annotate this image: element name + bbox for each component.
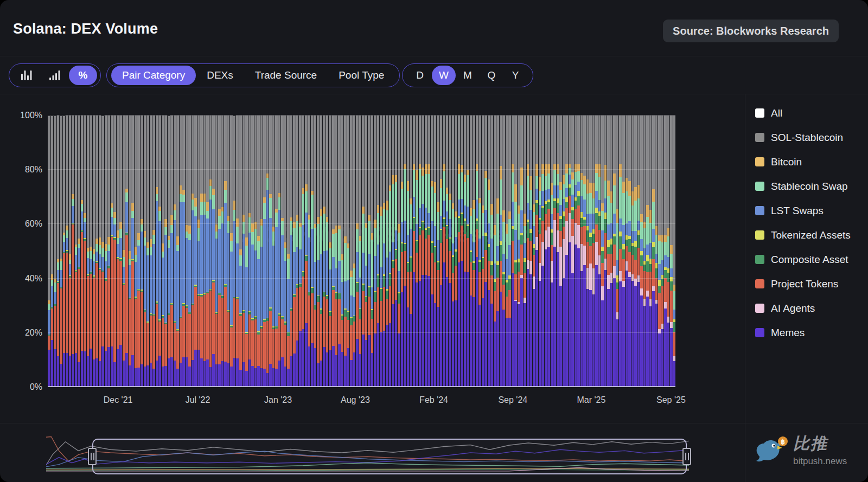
- week-bar: [224, 115, 227, 387]
- week-bar: [383, 115, 386, 387]
- stacked-bar-plot: BlockworksResearch: [48, 115, 675, 387]
- week-bar: [404, 115, 406, 387]
- week-bar: [592, 115, 595, 387]
- week-bar: [326, 115, 329, 387]
- week-bar: [484, 115, 487, 387]
- x-axis-label: Dec '21: [104, 395, 133, 405]
- legend-swatch: [755, 230, 764, 240]
- legend-swatch: [755, 255, 764, 264]
- week-bar: [389, 115, 392, 387]
- week-bar: [281, 115, 284, 387]
- week-bar: [233, 115, 236, 387]
- y-axis-label: 60%: [14, 219, 42, 229]
- bars-container: [48, 115, 675, 387]
- legend-item-ai-agents[interactable]: AI Agents: [755, 296, 868, 320]
- week-bar: [586, 115, 589, 387]
- legend-item-bitcoin[interactable]: Bitcoin: [755, 150, 868, 174]
- legend-item-all[interactable]: All: [755, 101, 868, 125]
- legend-swatch: [755, 157, 764, 166]
- week-bar: [113, 115, 116, 387]
- week-bar: [200, 115, 203, 387]
- week-bar: [311, 115, 314, 387]
- week-bar: [529, 115, 532, 387]
- legend-item-memes[interactable]: Memes: [755, 320, 868, 345]
- week-bar: [494, 115, 496, 387]
- week-bar: [188, 115, 191, 387]
- legend-swatch: [755, 304, 764, 313]
- week-bar: [563, 115, 565, 387]
- week-bar: [275, 115, 278, 387]
- navigator-selection-window[interactable]: [92, 439, 687, 474]
- tab-pair-category[interactable]: Pair Category: [111, 66, 196, 85]
- week-bar: [129, 115, 131, 387]
- week-bar: [443, 115, 445, 387]
- navigator-right-handle[interactable]: [682, 448, 691, 465]
- legend-item-sol-stablecoin[interactable]: SOL-Stablecoin: [755, 125, 868, 150]
- week-bar: [619, 115, 622, 387]
- week-bar: [422, 115, 424, 387]
- category-tab-group: Pair CategoryDEXsTrade SourcePool Type: [106, 63, 400, 87]
- week-bar: [622, 115, 625, 387]
- week-bar: [170, 115, 173, 387]
- week-bar: [180, 115, 182, 387]
- week-bar: [419, 115, 422, 387]
- week-bar: [637, 115, 640, 387]
- week-bar: [308, 115, 311, 387]
- legend-item-lst-swaps[interactable]: LST Swaps: [755, 198, 868, 223]
- week-bar: [84, 115, 86, 387]
- percent-icon: %: [79, 69, 88, 81]
- week-bar: [78, 115, 80, 387]
- week-bar: [512, 115, 514, 387]
- range-button-d[interactable]: D: [408, 66, 432, 85]
- y-axis-label: 40%: [14, 274, 42, 284]
- range-button-w[interactable]: W: [432, 66, 456, 85]
- week-bar: [105, 115, 107, 387]
- week-bar: [545, 115, 547, 387]
- week-bar: [221, 115, 224, 387]
- header: Solana: DEX Volume Source: Blockworks Re…: [0, 0, 868, 56]
- week-bar: [111, 115, 113, 387]
- tab-dexs[interactable]: DEXs: [196, 66, 244, 85]
- range-button-m[interactable]: M: [456, 66, 480, 85]
- week-bar: [135, 115, 137, 387]
- grouped-bar-chart-button[interactable]: [12, 66, 41, 85]
- week-bar: [524, 115, 526, 387]
- week-bar: [580, 115, 583, 387]
- legend-item-tokenized-assets[interactable]: Tokenized Assets: [755, 223, 868, 247]
- tab-trade-source[interactable]: Trade Source: [244, 66, 328, 85]
- week-bar: [302, 115, 305, 387]
- week-bar: [628, 115, 631, 387]
- week-bar: [634, 115, 637, 387]
- legend-item-stablecoin-swap[interactable]: Stablecoin Swap: [755, 174, 868, 198]
- week-bar: [652, 115, 655, 387]
- y-axis-label: 20%: [14, 328, 42, 338]
- week-bar: [604, 115, 607, 387]
- y-axis-label: 100%: [14, 111, 42, 120]
- range-button-y[interactable]: Y: [503, 66, 527, 85]
- legend-item-composite-asset[interactable]: Composite Asset: [755, 247, 868, 272]
- week-bar: [607, 115, 610, 387]
- week-bar: [658, 115, 661, 387]
- week-bar: [449, 115, 451, 387]
- week-bar: [452, 115, 455, 387]
- percent-button[interactable]: %: [69, 66, 97, 85]
- week-bar: [329, 115, 331, 387]
- week-bar: [158, 115, 161, 387]
- week-bar: [613, 115, 616, 387]
- week-bar: [230, 115, 233, 387]
- range-navigator[interactable]: [46, 429, 689, 477]
- week-bar: [51, 115, 54, 387]
- week-bar: [344, 115, 347, 387]
- legend-label: Tokenized Assets: [771, 229, 851, 241]
- navigator-left-handle[interactable]: [88, 448, 97, 465]
- legend-item-project-tokens[interactable]: Project Tokens: [755, 272, 868, 296]
- legend-label: LST Swaps: [771, 205, 824, 217]
- ascending-bar-chart-button[interactable]: [41, 66, 69, 85]
- week-bar: [278, 115, 281, 387]
- range-button-q[interactable]: Q: [480, 66, 503, 85]
- legend-swatch: [755, 279, 764, 288]
- week-bar: [488, 115, 490, 387]
- week-bar: [368, 115, 371, 387]
- week-bar: [117, 115, 119, 387]
- tab-pool-type[interactable]: Pool Type: [328, 66, 395, 85]
